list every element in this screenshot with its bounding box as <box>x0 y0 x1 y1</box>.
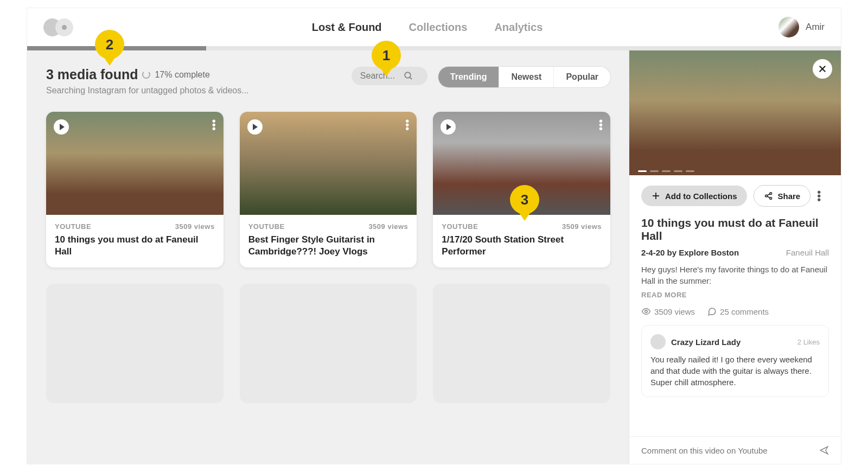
card-menu-icon[interactable]: ••• <box>405 119 409 131</box>
svg-line-10 <box>767 196 770 198</box>
close-icon <box>818 64 827 74</box>
more-menu-icon[interactable]: ••• <box>817 190 821 202</box>
card-views-label: 3509 views <box>368 222 408 231</box>
comment-author: Crazy Lizard Lady <box>671 337 792 347</box>
svg-point-0 <box>405 72 411 78</box>
results-info: 3 media found 17% complete Searching Ins… <box>46 67 341 95</box>
eye-icon <box>641 307 651 316</box>
detail-hero-image <box>629 50 841 175</box>
svg-point-11 <box>645 310 648 313</box>
media-card[interactable]: ••• YOUTUBE 3509 views 1/17/20 South Sta… <box>433 112 610 267</box>
username-label: Amir <box>806 22 825 33</box>
completion-label: 17% complete <box>155 70 209 80</box>
detail-stats: 3509 views 25 comments <box>641 307 829 316</box>
comment-avatar <box>650 334 666 349</box>
comment-card: Crazy Lizard Lady 2 Likes You really nai… <box>641 325 829 397</box>
card-views-label: 3509 views <box>562 222 602 231</box>
comment-likes: 2 Likes <box>797 338 820 346</box>
share-icon <box>764 191 774 201</box>
results-subtitle: Searching Instagram for untagged photos … <box>46 86 341 95</box>
detail-description: Hey guys! Here's my favorite things to d… <box>641 264 829 286</box>
comment-input-row <box>629 436 841 464</box>
read-more-link[interactable]: READ MORE <box>641 291 829 299</box>
search-input[interactable] <box>360 71 404 81</box>
results-title: 3 media found 17% complete <box>46 67 341 82</box>
avatar <box>778 17 799 37</box>
nav-analytics[interactable]: Analytics <box>494 21 542 34</box>
comment-icon <box>707 307 717 316</box>
svg-line-9 <box>767 194 770 195</box>
main-panel: 3 media found 17% complete Searching Ins… <box>27 50 629 464</box>
card-views-label: 3509 views <box>175 222 215 231</box>
results-count-label: 3 media found <box>46 67 138 82</box>
media-card-placeholder <box>433 284 610 403</box>
add-to-collections-button[interactable]: Add to Collections <box>641 186 747 206</box>
logo <box>43 17 76 37</box>
card-title: 10 things you must do at Faneuil Hall <box>55 234 215 258</box>
svg-line-1 <box>410 77 412 79</box>
play-icon <box>54 119 69 135</box>
plus-icon <box>651 191 661 201</box>
media-grid: ••• YOUTUBE 3509 views 10 things you mus… <box>46 112 610 403</box>
progress-bar <box>27 46 841 50</box>
media-card-placeholder <box>240 284 417 403</box>
nav-lost-and-found[interactable]: Lost & Found <box>312 21 382 34</box>
card-thumbnail: ••• <box>433 112 610 215</box>
sort-segment: Trending Newest Popular <box>438 67 610 87</box>
close-button[interactable] <box>813 59 832 79</box>
progress-fill <box>27 46 206 50</box>
play-icon <box>441 119 456 135</box>
spinner-icon <box>142 71 150 79</box>
comment-input[interactable] <box>641 446 819 455</box>
segment-trending[interactable]: Trending <box>438 67 500 87</box>
user-menu[interactable]: Amir <box>778 17 825 37</box>
card-source-label: YOUTUBE <box>248 222 285 231</box>
card-source-label: YOUTUBE <box>442 222 478 231</box>
search-icon <box>404 71 413 81</box>
card-title: 1/17/20 South Station Street Performer <box>442 234 602 258</box>
detail-byline: 2-4-20 by Explore Boston <box>641 248 739 257</box>
app-header: Lost & Found Collections Analytics Amir <box>27 8 841 46</box>
carousel-dots[interactable] <box>638 170 694 172</box>
views-label: 3509 views <box>654 307 695 316</box>
detail-location: Faneuil Hall <box>786 248 829 257</box>
card-title: Best Finger Style Guitarist in Cambridge… <box>248 234 409 258</box>
detail-title: 10 things you must do at Faneuil Hall <box>641 216 829 243</box>
send-icon[interactable] <box>819 445 829 455</box>
card-thumbnail: ••• <box>46 112 224 215</box>
share-button[interactable]: Share <box>754 185 811 207</box>
segment-newest[interactable]: Newest <box>499 67 554 87</box>
play-icon <box>247 119 263 135</box>
add-button-label: Add to Collections <box>665 192 737 201</box>
media-card[interactable]: ••• YOUTUBE 3509 views Best Finger Style… <box>240 112 417 267</box>
comment-body: You really nailed it! I go there every w… <box>650 354 820 388</box>
media-card-placeholder <box>46 284 224 403</box>
nav-collections[interactable]: Collections <box>409 21 468 34</box>
card-thumbnail: ••• <box>240 112 417 215</box>
comments-label: 25 comments <box>720 307 769 316</box>
search-box[interactable] <box>352 67 427 85</box>
media-card[interactable]: ••• YOUTUBE 3509 views 10 things you mus… <box>46 112 224 267</box>
share-button-label: Share <box>778 192 801 201</box>
card-menu-icon[interactable]: ••• <box>212 119 216 131</box>
detail-panel: Add to Collections Share ••• 10 things y… <box>629 50 841 464</box>
main-nav: Lost & Found Collections Analytics <box>76 21 778 34</box>
segment-popular[interactable]: Popular <box>554 67 610 87</box>
card-menu-icon[interactable]: ••• <box>599 119 603 131</box>
card-source-label: YOUTUBE <box>55 222 91 231</box>
